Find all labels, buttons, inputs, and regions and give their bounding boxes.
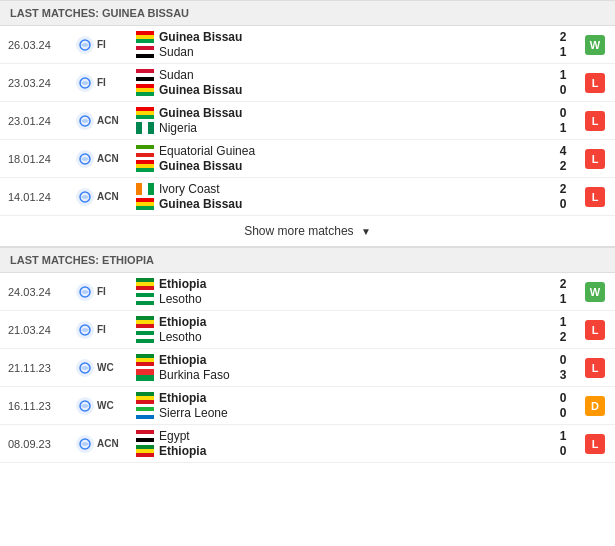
- score2: 2: [560, 330, 567, 344]
- team2-name: Ethiopia: [159, 444, 206, 458]
- result-column: L: [583, 358, 607, 378]
- score2: 0: [560, 197, 567, 211]
- competition-label: FI: [97, 324, 106, 335]
- teams-column: Ethiopia Lesotho: [136, 315, 545, 344]
- match-competition: FI: [76, 74, 136, 92]
- result-column: L: [583, 320, 607, 340]
- team2-flag: [136, 198, 154, 210]
- team2-name: Sudan: [159, 45, 194, 59]
- team2-flag: [136, 407, 154, 419]
- result-badge: L: [585, 187, 605, 207]
- competition-icon: [76, 36, 94, 54]
- result-badge: L: [585, 73, 605, 93]
- competition-label: FI: [97, 77, 106, 88]
- guinea-bissau-header: LAST MATCHES: GUINEA BISSAU: [0, 0, 615, 26]
- competition-icon: [76, 150, 94, 168]
- team2-name: Lesotho: [159, 292, 202, 306]
- teams-column: Guinea Bissau Nigeria: [136, 106, 545, 135]
- competition-icon: [76, 112, 94, 130]
- match-row: 21.03.24 FI Ethiopia Lesotho 1 2 L: [0, 311, 615, 349]
- competition-label: ACN: [97, 153, 119, 164]
- match-row: 26.03.24 FI Guinea Bissau Sudan 2 1 W: [0, 26, 615, 64]
- result-column: L: [583, 187, 607, 207]
- teams-column: Ivory Coast Guinea Bissau: [136, 182, 545, 211]
- competition-label: WC: [97, 400, 114, 411]
- match-row: 21.11.23 WC Ethiopia Burkina Faso 0 3 L: [0, 349, 615, 387]
- result-column: L: [583, 111, 607, 131]
- competition-icon: [76, 321, 94, 339]
- team1-name: Ivory Coast: [159, 182, 220, 196]
- teams-column: Guinea Bissau Sudan: [136, 30, 545, 59]
- match-date: 14.01.24: [8, 191, 76, 203]
- team2-name: Burkina Faso: [159, 368, 230, 382]
- match-row: 14.01.24 ACN Ivory Coast Guinea Bissau 2…: [0, 178, 615, 216]
- teams-column: Ethiopia Burkina Faso: [136, 353, 545, 382]
- teams-column: Sudan Guinea Bissau: [136, 68, 545, 97]
- competition-icon: [76, 188, 94, 206]
- scores-column: 1 0: [553, 429, 573, 458]
- match-competition: ACN: [76, 150, 136, 168]
- team1-name: Equatorial Guinea: [159, 144, 255, 158]
- score1: 4: [560, 144, 567, 158]
- result-column: W: [583, 35, 607, 55]
- match-row: 24.03.24 FI Ethiopia Lesotho 2 1 W: [0, 273, 615, 311]
- competition-icon: [76, 283, 94, 301]
- team1-flag: [136, 145, 154, 157]
- match-competition: WC: [76, 359, 136, 377]
- team1-name: Ethiopia: [159, 353, 206, 367]
- scores-column: 0 0: [553, 391, 573, 420]
- scores-column: 0 1: [553, 106, 573, 135]
- team2-flag: [136, 369, 154, 381]
- match-competition: FI: [76, 36, 136, 54]
- team2-name: Guinea Bissau: [159, 159, 242, 173]
- team2-name: Sierra Leone: [159, 406, 228, 420]
- team1-name: Guinea Bissau: [159, 30, 242, 44]
- score2: 0: [560, 406, 567, 420]
- team2-name: Guinea Bissau: [159, 197, 242, 211]
- team1-flag: [136, 31, 154, 43]
- teams-column: Equatorial Guinea Guinea Bissau: [136, 144, 545, 173]
- team2-name: Guinea Bissau: [159, 83, 242, 97]
- team2-name: Nigeria: [159, 121, 197, 135]
- match-competition: ACN: [76, 435, 136, 453]
- teams-column: Egypt Ethiopia: [136, 429, 545, 458]
- show-more-button[interactable]: Show more matches ▼: [0, 216, 615, 247]
- ethiopia-matches: 24.03.24 FI Ethiopia Lesotho 2 1 W 21.03…: [0, 273, 615, 463]
- match-competition: FI: [76, 283, 136, 301]
- competition-label: WC: [97, 362, 114, 373]
- competition-label: ACN: [97, 115, 119, 126]
- guinea-bissau-matches: 26.03.24 FI Guinea Bissau Sudan 2 1 W 23…: [0, 26, 615, 216]
- scores-column: 0 3: [553, 353, 573, 382]
- score1: 0: [560, 391, 567, 405]
- match-date: 23.01.24: [8, 115, 76, 127]
- match-competition: WC: [76, 397, 136, 415]
- show-more-label: Show more matches: [244, 224, 353, 238]
- team1-flag: [136, 392, 154, 404]
- team2-name: Lesotho: [159, 330, 202, 344]
- team2-flag: [136, 46, 154, 58]
- team2-flag: [136, 293, 154, 305]
- match-row: 18.01.24 ACN Equatorial Guinea Guinea Bi…: [0, 140, 615, 178]
- result-badge: L: [585, 149, 605, 169]
- match-date: 24.03.24: [8, 286, 76, 298]
- score2: 2: [560, 159, 567, 173]
- team1-name: Sudan: [159, 68, 194, 82]
- team2-flag: [136, 122, 154, 134]
- score2: 1: [560, 292, 567, 306]
- competition-label: ACN: [97, 191, 119, 202]
- score2: 0: [560, 83, 567, 97]
- scores-column: 2 1: [553, 30, 573, 59]
- match-date: 18.01.24: [8, 153, 76, 165]
- result-badge: W: [585, 282, 605, 302]
- competition-icon: [76, 397, 94, 415]
- team1-name: Guinea Bissau: [159, 106, 242, 120]
- scores-column: 2 1: [553, 277, 573, 306]
- ethiopia-header: LAST MATCHES: ETHIOPIA: [0, 247, 615, 273]
- team1-flag: [136, 183, 154, 195]
- team1-name: Ethiopia: [159, 315, 206, 329]
- scores-column: 1 2: [553, 315, 573, 344]
- teams-column: Ethiopia Lesotho: [136, 277, 545, 306]
- teams-column: Ethiopia Sierra Leone: [136, 391, 545, 420]
- team1-flag: [136, 316, 154, 328]
- scores-column: 2 0: [553, 182, 573, 211]
